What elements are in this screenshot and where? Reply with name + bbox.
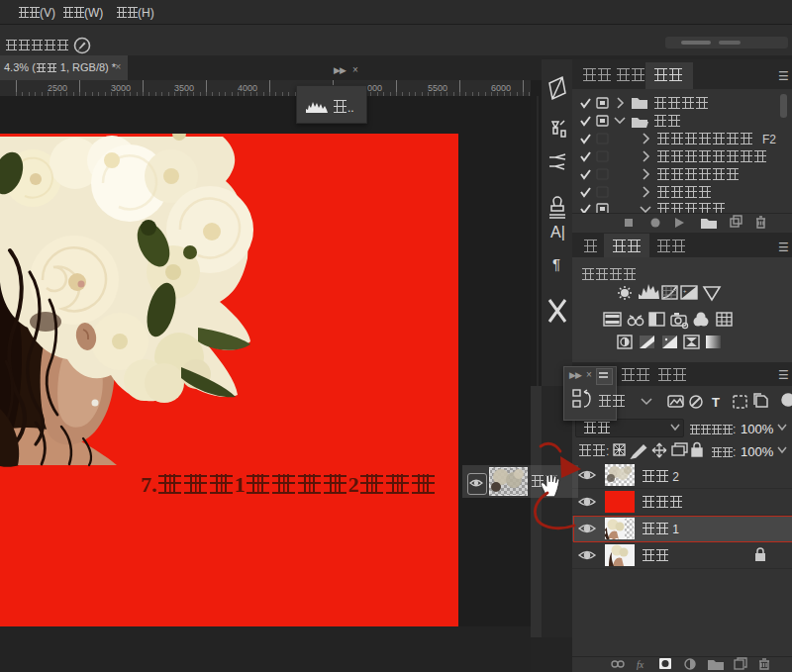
- svg-text:¶: ¶: [552, 255, 560, 272]
- svg-text:+: +: [683, 288, 687, 294]
- svg-text:A|: A|: [550, 224, 565, 240]
- svg-text:fx: fx: [637, 659, 644, 670]
- svg-text:T: T: [712, 395, 720, 410]
